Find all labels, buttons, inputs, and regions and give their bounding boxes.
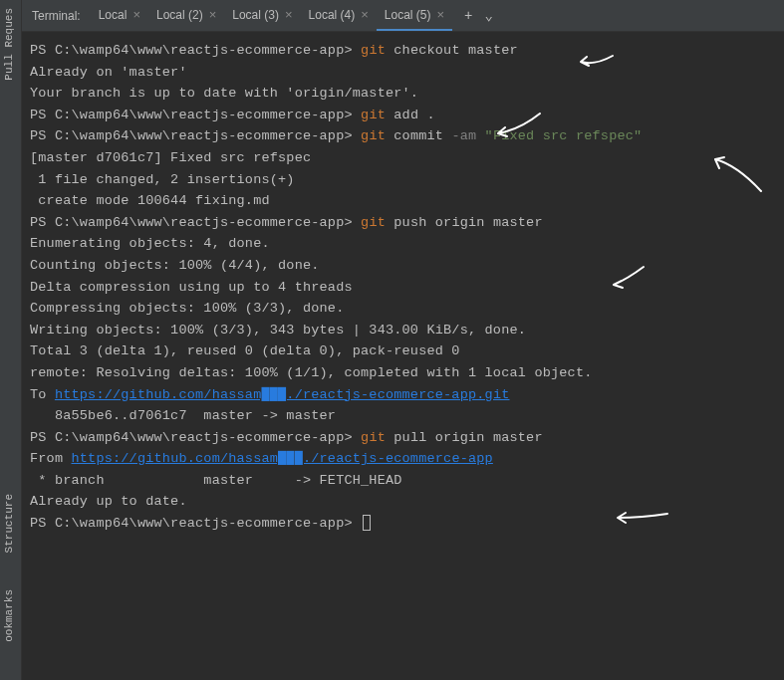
tab-local-5[interactable]: Local (5) ×	[377, 0, 452, 31]
tab-actions: + ⌄	[452, 7, 505, 24]
prompt: PS C:\wamp64\www\reactjs-ecommerce-app>	[30, 43, 353, 58]
tab-label: Local (3)	[232, 8, 279, 22]
git-keyword: git	[361, 108, 386, 122]
repo-link[interactable]: https://github.com/hassam███./reactjs-ec…	[55, 387, 510, 402]
cmd-text: checkout master	[386, 43, 518, 58]
terminal-label: Terminal:	[22, 9, 91, 23]
close-icon[interactable]: ×	[361, 7, 369, 22]
tab-label: Local	[99, 8, 128, 22]
output-line: Already up to date.	[30, 491, 776, 513]
output-text: To	[30, 387, 55, 402]
flag-text: -am	[451, 128, 476, 143]
git-keyword: git	[361, 430, 386, 445]
git-keyword: git	[361, 43, 386, 58]
prompt: PS C:\wamp64\www\reactjs-ecommerce-app>	[30, 215, 353, 230]
output-text: From	[30, 451, 72, 466]
new-tab-icon[interactable]: +	[464, 8, 472, 24]
output-line: * branch master -> FETCH_HEAD	[30, 470, 776, 492]
chevron-down-icon[interactable]: ⌄	[485, 7, 493, 24]
prompt: PS C:\wamp64\www\reactjs-ecommerce-app>	[30, 108, 353, 122]
string-text: "Fixed src refspec"	[476, 128, 642, 143]
cmd-text: add .	[386, 108, 435, 122]
tab-local-2[interactable]: Local (2) ×	[148, 0, 224, 31]
output-line: Delta compression using up to 4 threads	[30, 277, 776, 299]
output-line: [master d7061c7] Fixed src refspec	[30, 147, 776, 169]
repo-link[interactable]: https://github.com/hassam███./reactjs-ec…	[72, 451, 493, 466]
close-icon[interactable]: ×	[285, 7, 293, 22]
output-line: 8a55be6..d7061c7 master -> master	[30, 405, 776, 427]
prompt: PS C:\wamp64\www\reactjs-ecommerce-app>	[30, 516, 353, 531]
terminal-cursor	[363, 515, 371, 531]
cmd-text: pull origin master	[386, 430, 543, 445]
tab-label: Local (5)	[385, 8, 431, 22]
output-line: remote: Resolving deltas: 100% (1/1), co…	[30, 362, 776, 384]
close-icon[interactable]: ×	[437, 7, 445, 22]
tab-label: Local (4)	[309, 8, 356, 22]
cmd-text: commit	[386, 128, 451, 143]
side-tab-bookmarks[interactable]: ookmarks	[0, 581, 18, 650]
close-icon[interactable]: ×	[209, 7, 217, 22]
output-line: Enumerating objects: 4, done.	[30, 233, 776, 255]
close-icon[interactable]: ×	[132, 7, 140, 22]
output-line: Already on 'master'	[30, 62, 776, 84]
output-line: Writing objects: 100% (3/3), 343 bytes |…	[30, 320, 776, 341]
terminal-header: Terminal: Local × Local (2) × Local (3) …	[22, 0, 784, 32]
git-keyword: git	[361, 215, 386, 230]
cmd-text: push origin master	[386, 215, 543, 230]
tab-local-3[interactable]: Local (3) ×	[224, 0, 300, 31]
output-line: Total 3 (delta 1), reused 0 (delta 0), p…	[30, 340, 776, 362]
git-keyword: git	[361, 128, 386, 143]
prompt: PS C:\wamp64\www\reactjs-ecommerce-app>	[30, 430, 353, 445]
side-tab-pull-requests[interactable]: Pull Reques	[0, 0, 18, 89]
output-line: 1 file changed, 2 insertions(+)	[30, 169, 776, 191]
output-line: create mode 100644 fixing.md	[30, 190, 776, 212]
side-tool-tabs: Pull Reques Structure ookmarks	[0, 0, 22, 680]
terminal-tabs: Local × Local (2) × Local (3) × Local (4…	[91, 0, 452, 31]
tab-local-4[interactable]: Local (4) ×	[301, 0, 377, 31]
output-line: Counting objects: 100% (4/4), done.	[30, 255, 776, 277]
prompt: PS C:\wamp64\www\reactjs-ecommerce-app>	[30, 128, 353, 143]
tab-local-1[interactable]: Local ×	[91, 0, 148, 31]
tab-label: Local (2)	[156, 8, 203, 22]
terminal-output[interactable]: PS C:\wamp64\www\reactjs-ecommerce-app> …	[22, 32, 784, 680]
output-line: Compressing objects: 100% (3/3), done.	[30, 298, 776, 320]
side-tab-structure[interactable]: Structure	[0, 486, 18, 561]
output-line: Your branch is up to date with 'origin/m…	[30, 83, 776, 105]
